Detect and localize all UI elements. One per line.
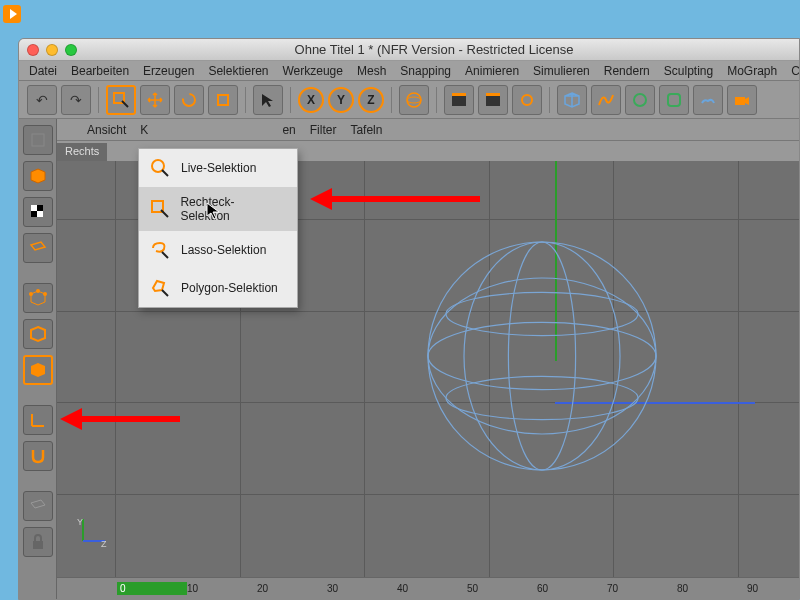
snap-button[interactable] xyxy=(23,441,53,471)
svg-rect-8 xyxy=(486,93,500,96)
tab-ansicht[interactable]: Ansicht xyxy=(87,123,126,137)
point-mode-button[interactable] xyxy=(23,283,53,313)
tab-k[interactable]: K xyxy=(140,123,148,137)
menu-erzeugen[interactable]: Erzeugen xyxy=(143,64,194,78)
timeline-mark[interactable]: 50 xyxy=(467,583,537,594)
minimize-icon[interactable] xyxy=(46,44,58,56)
tab-filter[interactable]: Filter xyxy=(310,123,337,137)
texture-mode-button[interactable] xyxy=(23,197,53,227)
recent-tool-button[interactable] xyxy=(253,85,283,115)
view-label: Rechts xyxy=(57,143,107,161)
svg-point-22 xyxy=(428,242,656,470)
model-mode-button[interactable] xyxy=(23,161,53,191)
polygon-mode-button[interactable] xyxy=(23,355,53,385)
content-area: Ansicht K en Filter Tafeln Rechts xyxy=(19,119,799,599)
render-region-button[interactable] xyxy=(478,85,508,115)
soft-selection-button[interactable] xyxy=(23,491,53,521)
menu-animieren[interactable]: Animieren xyxy=(465,64,519,78)
svg-point-26 xyxy=(464,242,620,470)
play-icon[interactable] xyxy=(3,5,21,23)
menu-char[interactable]: Char xyxy=(791,64,800,78)
svg-point-25 xyxy=(509,242,576,470)
svg-point-19 xyxy=(29,292,33,296)
menu-werkzeuge[interactable]: Werkzeuge xyxy=(282,64,342,78)
timeline-mark[interactable]: 60 xyxy=(537,583,607,594)
render-settings-button[interactable] xyxy=(512,85,542,115)
svg-point-23 xyxy=(428,322,656,389)
generator-button[interactable] xyxy=(625,85,655,115)
tab-tafeln[interactable]: Tafeln xyxy=(350,123,382,137)
gear-clapper-icon xyxy=(518,91,536,109)
svg-rect-16 xyxy=(31,211,37,217)
timeline-mark[interactable]: 20 xyxy=(257,583,327,594)
timeline-mark[interactable]: 70 xyxy=(607,583,677,594)
clapperboard-icon xyxy=(450,91,468,109)
workplane-icon xyxy=(29,239,47,257)
svg-point-1 xyxy=(183,94,195,106)
svg-rect-15 xyxy=(37,205,43,211)
selection-dropdown: Live-Selektion Rechteck-Selektion Lasso-… xyxy=(138,148,298,308)
axis-x-button[interactable]: X xyxy=(298,87,324,113)
svg-point-28 xyxy=(446,376,638,419)
timeline-mark[interactable]: 90 xyxy=(747,583,800,594)
timeline-mark-0[interactable]: 0 xyxy=(117,582,187,595)
cursor-icon xyxy=(259,91,277,109)
axis-button[interactable] xyxy=(23,405,53,435)
coord-system-button[interactable] xyxy=(399,85,429,115)
make-editable-button[interactable] xyxy=(23,125,53,155)
move-tool-button[interactable] xyxy=(140,85,170,115)
scale-tool-button[interactable] xyxy=(208,85,238,115)
menu-sculpting[interactable]: Sculpting xyxy=(664,64,713,78)
menu-selektieren[interactable]: Selektieren xyxy=(208,64,268,78)
svg-text:Z: Z xyxy=(101,539,107,547)
menu-bearbeiten[interactable]: Bearbeiten xyxy=(71,64,129,78)
annotation-arrow-left xyxy=(80,416,180,422)
spline-button[interactable] xyxy=(591,85,621,115)
environment-button[interactable] xyxy=(693,85,723,115)
editable-icon xyxy=(29,131,47,149)
zoom-icon[interactable] xyxy=(65,44,77,56)
axis-z-button[interactable]: Z xyxy=(358,87,384,113)
svg-rect-11 xyxy=(668,94,680,106)
render-button[interactable] xyxy=(444,85,474,115)
timeline[interactable]: 0 10 20 30 40 50 60 70 80 90 100 xyxy=(57,577,800,599)
selection-tool-button[interactable] xyxy=(106,85,136,115)
dd-live-selection[interactable]: Live-Selektion xyxy=(139,149,297,187)
menu-snapping[interactable]: Snapping xyxy=(400,64,451,78)
dd-rect-selection[interactable]: Rechteck-Selektion xyxy=(139,187,297,231)
window-title: Ohne Titel 1 * (NFR Version - Restricted… xyxy=(77,42,791,57)
camera-button[interactable] xyxy=(727,85,757,115)
timeline-mark[interactable]: 30 xyxy=(327,583,397,594)
menu-rendern[interactable]: Rendern xyxy=(604,64,650,78)
lock-button[interactable] xyxy=(23,527,53,557)
rotate-tool-button[interactable] xyxy=(174,85,204,115)
timeline-mark[interactable]: 10 xyxy=(187,583,257,594)
menu-datei[interactable]: Datei xyxy=(29,64,57,78)
edge-mode-button[interactable] xyxy=(23,319,53,349)
redo-button[interactable]: ↷ xyxy=(61,85,91,115)
dd-polygon-selection[interactable]: Polygon-Selektion xyxy=(139,269,297,307)
menu-simulieren[interactable]: Simulieren xyxy=(533,64,590,78)
move-icon xyxy=(146,91,164,109)
primitive-cube-button[interactable] xyxy=(557,85,587,115)
menu-mesh[interactable]: Mesh xyxy=(357,64,386,78)
axis-y-button[interactable]: Y xyxy=(328,87,354,113)
workplane-button[interactable] xyxy=(23,233,53,263)
deformer-button[interactable] xyxy=(659,85,689,115)
dd-lasso-selection[interactable]: Lasso-Selektion xyxy=(139,231,297,269)
svg-rect-6 xyxy=(452,93,466,96)
svg-rect-21 xyxy=(33,541,43,549)
axis-icon xyxy=(29,411,47,429)
svg-text:Y: Y xyxy=(77,517,83,527)
undo-button[interactable]: ↶ xyxy=(27,85,57,115)
model-icon xyxy=(29,167,47,185)
rect-selection-icon xyxy=(149,198,170,220)
timeline-mark[interactable]: 80 xyxy=(677,583,747,594)
menubar: Datei Bearbeiten Erzeugen Selektieren We… xyxy=(19,61,799,81)
menu-mograph[interactable]: MoGraph xyxy=(727,64,777,78)
close-icon[interactable] xyxy=(27,44,39,56)
timeline-mark[interactable]: 40 xyxy=(397,583,467,594)
tab-en[interactable]: en xyxy=(282,123,295,137)
window-titlebar: Ohne Titel 1 * (NFR Version - Restricted… xyxy=(19,39,799,61)
app-window: Ohne Titel 1 * (NFR Version - Restricted… xyxy=(18,38,800,600)
